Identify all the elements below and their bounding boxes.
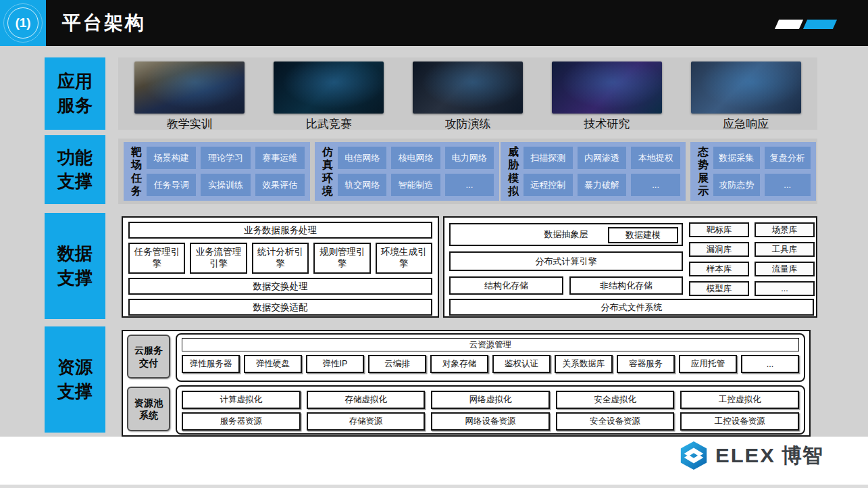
function-tile: 智能制造 [391,174,440,196]
structured-storage-box: 结构化存储 [449,276,563,295]
sidebar-item-app-services: 应用服务 [45,57,105,130]
engine-box: 规则管理引擎 [313,243,370,274]
virtualization-item: 计算虚拟化 [182,391,301,409]
screenshot-thumbnail [691,62,801,114]
page-number-inner-ring: (1) [7,7,39,39]
function-group-threat-simulation: 威胁模拟 扫描探测 内网渗透 本地提权 远程控制 暴力破解 ... [501,142,686,201]
library-box: 模型库 [689,281,749,296]
virtualization-item: 工控虚拟化 [680,391,799,409]
function-tile: ... [765,174,811,196]
cloud-item: 弹性硬盘 [244,355,302,373]
figure-caption: 比武竞赛 [306,116,352,132]
library-box: ... [755,281,815,296]
screenshot-thumbnail [413,62,523,114]
library-box: 靶标库 [689,222,749,237]
app-services-strip: 教学实训 比武竞赛 攻防演练 技术研究 应急响应 [118,57,817,130]
app-service-research: 技术研究 [539,62,674,132]
function-tile: 赛事运维 [255,147,305,169]
app-service-attack-defense: 攻防演练 [400,62,535,132]
elex-logo-icon [678,440,709,471]
page-number-badge: (1) [0,0,46,46]
function-tile: 攻防态势 [713,174,760,196]
function-tile: 数据采集 [713,147,760,169]
brand-name: ELEX [715,444,775,468]
function-tile: 场景构建 [147,147,196,169]
cloud-service-container: 云资源管理 弹性服务器 弹性硬盘 弹性IP 云编排 对象存储 鉴权认证 关系数据… [176,333,805,382]
data-support-platform-box: 数据抽象层 数据建模 分布式计算引擎 结构化存储 非结构化存储 靶标库 场景库 … [443,216,817,318]
decor-parallelogram-white [775,20,803,29]
sidebar-item-resource-support: 资源支撑 [45,326,105,433]
function-group-range-tasks: 靶场任务 场景构建 理论学习 赛事运维 任务导调 实操训练 效果评估 [124,142,310,201]
function-tile: 理论学习 [201,147,250,169]
function-tile: ... [631,174,680,196]
cloud-label-text: 云服务交付 [133,344,164,368]
function-tile: 暴力破解 [578,174,627,196]
data-adapter-bar: 数据交换适配 [128,299,432,316]
function-tile: 内网渗透 [578,147,627,169]
library-box: 工具库 [755,242,815,257]
library-box: 流量库 [755,262,815,276]
data-abstraction-bar: 数据抽象层 数据建模 [449,223,683,246]
resource-item: 存储资源 [307,412,426,431]
sidebar-label: 应用服务 [55,70,95,117]
engine-box: 环境生成引擎 [376,243,432,274]
virtualization-item: 网络虚拟化 [431,391,550,409]
cloud-service-delivery-label: 云服务交付 [127,335,170,379]
cloud-item: 对象存储 [430,355,488,373]
resource-item: 安全设备资源 [556,412,675,431]
business-data-service-bar: 业务数据服务处理 [128,222,432,239]
function-tile: 远程控制 [524,174,573,196]
function-group-simulation-env: 仿真环境 电信网络 核电网络 电力网络 轨交网络 智能制造 ... [315,142,499,201]
sidebar-item-function-support: 功能支撑 [45,135,105,204]
library-box: 场景库 [755,222,815,237]
function-tile: 轨交网络 [338,174,386,196]
cloud-item: ... [741,355,799,373]
library-box: 漏洞库 [689,242,749,257]
resource-item: 工控设备资源 [680,412,799,431]
function-tile: 电信网络 [338,147,386,169]
function-tile: 任务导调 [147,174,196,196]
data-modeling-box: 数据建模 [608,227,678,243]
screenshot-thumbnail [274,62,384,114]
engine-box: 业务流管理引擎 [190,243,247,274]
physical-resource-row: 服务器资源 存储资源 网络设备资源 安全设备资源 工控设备资源 [182,412,799,431]
page-number: (1) [15,16,30,30]
figure-caption: 教学实训 [167,116,213,132]
company-logo: ELEX 博智 [678,439,823,472]
virtualization-item: 存储虚拟化 [307,391,426,409]
function-tile: 复盘分析 [765,147,811,169]
function-tile-grid: 场景构建 理论学习 赛事运维 任务导调 实操训练 效果评估 [145,146,306,197]
pool-label-text: 资源池系统 [133,397,164,421]
distributed-compute-bar: 分布式计算引擎 [449,251,683,271]
function-tile: 效果评估 [255,174,305,196]
function-tile-grid: 数据采集 复盘分析 攻防态势 ... [712,146,812,197]
sidebar-label: 资源支撑 [55,356,95,403]
resource-item: 网络设备资源 [431,412,550,431]
function-group-title: 靶场任务 [129,145,144,197]
function-tile: 实操训练 [201,174,250,196]
cloud-item: 弹性IP [306,355,364,373]
unstructured-storage-box: 非结构化存储 [569,276,683,295]
resource-pool-container: 计算虚拟化 存储虚拟化 网络虚拟化 安全虚拟化 工控虚拟化 服务器资源 存储资源… [176,385,805,435]
figure-caption: 技术研究 [584,116,630,132]
resource-pool-label: 资源池系统 [127,387,170,431]
figure-caption: 应急响应 [723,116,769,132]
function-group-title: 态势展示 [696,145,711,197]
data-exchange-bar: 数据交换处理 [128,278,432,295]
screenshot-thumbnail [134,62,245,114]
cloud-item: 鉴权认证 [492,355,551,373]
page-title: 平台架构 [62,0,146,46]
function-group-title: 威胁模拟 [506,145,521,197]
library-box: 样本库 [689,262,749,276]
distributed-file-system-bar: 分布式文件系统 [449,299,814,316]
cloud-items-row: 弹性服务器 弹性硬盘 弹性IP 云编排 对象存储 鉴权认证 关系数据库 容器服务… [182,355,799,373]
engine-row: 任务管理引擎 业务流管理引擎 统计分析引擎 规则管理引擎 环境生成引擎 [128,243,432,274]
bottom-edge-strip [0,485,868,488]
sidebar-label: 功能支撑 [55,146,95,193]
function-group-situation-display: 态势展示 数据采集 复盘分析 攻防态势 ... [690,142,816,201]
function-tile: 扫描探测 [524,147,573,169]
sidebar-label: 数据支撑 [55,242,95,289]
cloud-item: 容器服务 [617,355,675,373]
data-abstraction-label: 数据抽象层 [544,228,588,241]
app-service-teaching: 教学实训 [122,62,257,132]
